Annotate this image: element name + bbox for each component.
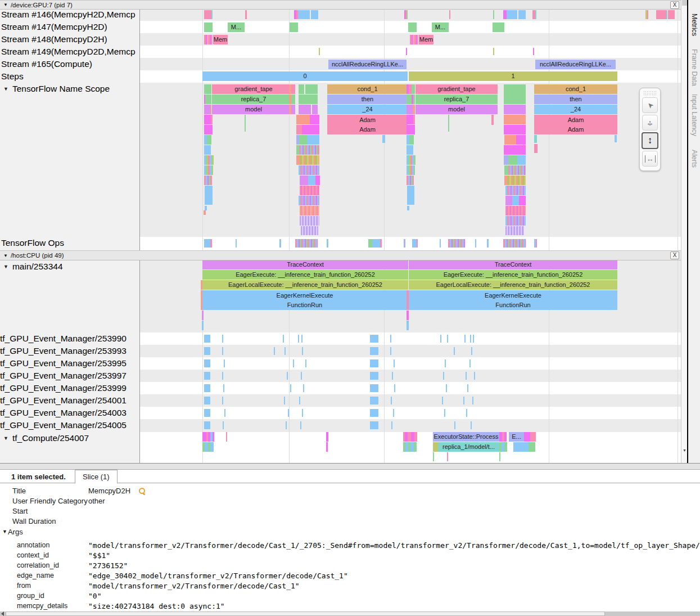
trace-fragment[interactable]: [445, 359, 446, 367]
trace-fragment[interactable]: [283, 335, 284, 343]
track-label[interactable]: Steps: [0, 70, 139, 83]
trace-fragment[interactable]: [290, 384, 291, 392]
trace-fragment[interactable]: [504, 442, 507, 452]
trace-event[interactable]: replica_7: [212, 95, 295, 104]
trace-fragment[interactable]: [204, 239, 210, 248]
trace-event[interactable]: Adam: [327, 125, 408, 134]
trace-event[interactable]: 1: [409, 71, 617, 81]
trace-fragment[interactable]: [305, 359, 306, 367]
tab-frame-data[interactable]: Frame Data: [690, 49, 698, 86]
trace-fragment[interactable]: [442, 397, 443, 404]
vertical-scrollbar-thumb[interactable]: [682, 0, 687, 6]
trace-fragment[interactable]: [407, 10, 408, 19]
trace-fragment[interactable]: [302, 125, 319, 134]
collapse-arrow-icon[interactable]: ▼: [3, 86, 8, 92]
trace-fragment[interactable]: [449, 10, 450, 19]
trace-fragment[interactable]: [408, 23, 417, 32]
tab-metrics[interactable]: Metrics: [690, 14, 698, 36]
trace-fragment[interactable]: [204, 176, 212, 185]
trace-fragment[interactable]: [390, 335, 391, 343]
trace-fragment[interactable]: [245, 115, 246, 132]
trace-fragment[interactable]: [474, 372, 475, 380]
trace-fragment[interactable]: [407, 176, 414, 185]
trace-fragment[interactable]: [307, 135, 319, 145]
trace-event[interactable]: EagerLocalExecute: __inference_train_fun…: [409, 280, 617, 290]
magnifier-icon[interactable]: [138, 487, 146, 494]
trace-event[interactable]: M...: [228, 23, 245, 32]
track-label[interactable]: tf_GPU_Event_Manager/253990: [0, 332, 138, 345]
trace-fragment[interactable]: [413, 115, 415, 124]
trace-fragment[interactable]: [407, 321, 409, 330]
trace-fragment[interactable]: [499, 452, 500, 461]
trace-fragment[interactable]: [204, 125, 213, 134]
trace-fragment[interactable]: [204, 23, 213, 32]
trace-fragment[interactable]: [473, 335, 474, 343]
trace-fragment[interactable]: [504, 125, 526, 134]
trace-fragment[interactable]: [305, 84, 318, 94]
trace-fragment[interactable]: [284, 347, 286, 355]
trace-event[interactable]: EagerExecute: __inference_train_function…: [202, 270, 408, 280]
track-label[interactable]: tf_GPU_Event_Manager/253993: [0, 345, 138, 357]
trace-event[interactable]: ncclAllReduceRingLLKe...: [535, 60, 616, 69]
trace-fragment[interactable]: [536, 239, 537, 248]
horizontal-scrollbar[interactable]: [0, 611, 700, 616]
trace-fragment[interactable]: [407, 125, 415, 134]
trace-fragment[interactable]: [656, 10, 666, 19]
trace-fragment[interactable]: [533, 48, 534, 55]
trace-fragment[interactable]: [300, 216, 319, 226]
trace-fragment[interactable]: [410, 35, 418, 44]
trace-event[interactable]: _24: [534, 105, 617, 114]
trace-fragment[interactable]: [213, 432, 214, 442]
trace-event[interactable]: Adam: [534, 125, 617, 134]
trace-event[interactable]: ncclAllReduceRingLLKe...: [328, 60, 407, 69]
trace-fragment[interactable]: [471, 421, 472, 429]
trace-fragment[interactable]: [296, 125, 302, 134]
trace-fragment[interactable]: [312, 105, 318, 114]
trace-fragment[interactable]: [414, 442, 417, 452]
trace-event[interactable]: cond_1: [534, 84, 617, 94]
trace-fragment[interactable]: [302, 347, 303, 355]
panel-separator[interactable]: [0, 463, 700, 470]
trace-fragment[interactable]: [315, 176, 320, 185]
trace-fragment[interactable]: [463, 397, 464, 404]
trace-fragment[interactable]: [391, 421, 392, 429]
trace-fragment[interactable]: [475, 239, 476, 248]
trace-fragment[interactable]: [440, 239, 441, 248]
trace-fragment[interactable]: [300, 155, 319, 165]
trace-fragment[interactable]: [301, 372, 302, 380]
trace-event[interactable]: then: [327, 95, 408, 104]
trace-fragment[interactable]: [485, 95, 494, 104]
trace-fragment[interactable]: [274, 347, 275, 355]
collapse-arrow-icon[interactable]: ▼: [3, 253, 8, 258]
track-label[interactable]: tf_GPU_Event_Manager/254003: [0, 407, 138, 419]
trace-fragment[interactable]: [211, 115, 213, 124]
section-header[interactable]: ▼/host:CPU (pid 49)X: [0, 250, 681, 260]
trace-event[interactable]: Adam: [327, 115, 408, 125]
trace-fragment[interactable]: [471, 347, 472, 355]
trace-fragment[interactable]: [205, 95, 211, 104]
trace-fragment[interactable]: [524, 432, 530, 442]
trace-fragment[interactable]: [289, 105, 291, 114]
trace-fragment[interactable]: [412, 84, 415, 94]
trace-fragment[interactable]: [290, 23, 298, 32]
trace-fragment[interactable]: [393, 409, 394, 417]
collapse-arrow-icon[interactable]: ▼: [2, 529, 7, 534]
trace-fragment[interactable]: [201, 290, 202, 310]
trace-fragment[interactable]: [204, 359, 210, 367]
trace-fragment[interactable]: [447, 452, 448, 461]
track-label[interactable]: Stream #147(MemcpyH2D): [0, 21, 139, 33]
trace-fragment[interactable]: [390, 347, 391, 355]
trace-fragment[interactable]: [207, 135, 211, 145]
trace-fragment[interactable]: [370, 335, 378, 343]
trace-fragment[interactable]: [210, 239, 212, 248]
trace-fragment[interactable]: [368, 239, 372, 248]
trace-event[interactable]: M...: [432, 23, 449, 32]
trace-fragment[interactable]: [448, 115, 449, 132]
track-label[interactable]: Stream #146(MemcpyH2D,Memcp: [0, 8, 139, 21]
trace-event[interactable]: TraceContext: [409, 260, 617, 269]
trace-fragment[interactable]: [295, 239, 318, 248]
trace-fragment[interactable]: [513, 442, 529, 452]
trace-fragment[interactable]: [370, 359, 378, 367]
trace-fragment[interactable]: [407, 186, 414, 205]
trace-fragment[interactable]: [370, 347, 378, 355]
